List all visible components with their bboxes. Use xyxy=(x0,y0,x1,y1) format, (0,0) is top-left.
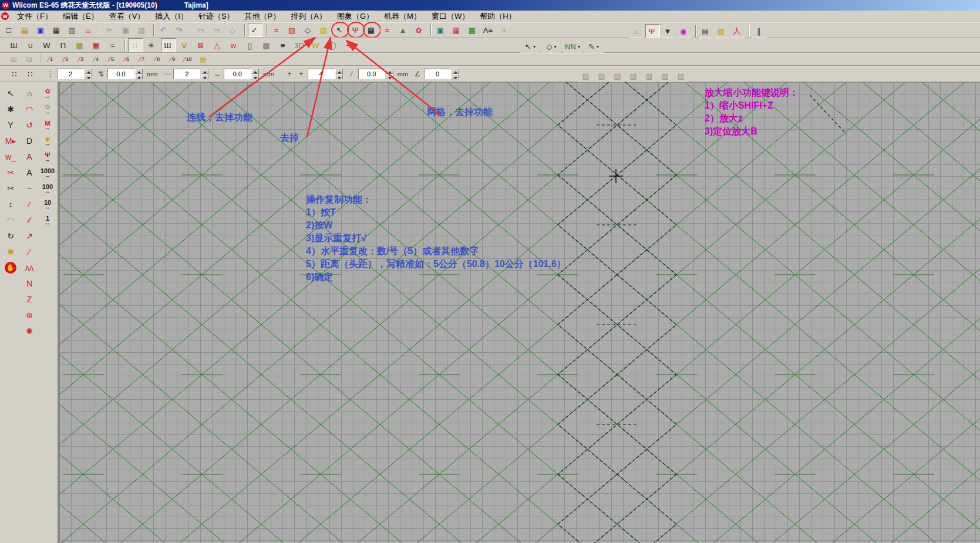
pattern-block-button[interactable]: ▩ xyxy=(260,38,275,52)
needle-gap-tool[interactable]: Ψ↔ xyxy=(39,149,56,164)
three-d-button[interactable]: 3D xyxy=(292,38,308,52)
repeat-count-spinner[interactable] xyxy=(335,69,343,79)
menu-insert[interactable]: 插入（I） xyxy=(150,11,193,22)
menu-help[interactable]: 帮助（H） xyxy=(474,11,521,22)
reshape-preset-5-button[interactable]: ▧ xyxy=(642,69,656,83)
new-file-button[interactable]: □ xyxy=(2,23,17,37)
lettering-tool[interactable]: A xyxy=(21,165,38,180)
slant-input[interactable]: 0.0 xyxy=(358,69,385,79)
magenta-target-button[interactable]: ◉ xyxy=(677,24,692,38)
fan-rays-button[interactable]: V xyxy=(177,38,193,52)
dashed-run-tool[interactable]: ∕∕ xyxy=(21,213,38,227)
flower-copy-tool[interactable]: ✿↔ xyxy=(39,86,56,100)
curve-tool[interactable]: ~ xyxy=(21,181,38,195)
wheel-fill-tool[interactable]: ✺ xyxy=(21,323,38,338)
spool-tool[interactable]: ◆↔ xyxy=(39,133,56,148)
print-button[interactable]: ▦ xyxy=(50,23,65,37)
horizontal-spacing-spinner[interactable] xyxy=(251,69,259,79)
dart-needle-button[interactable]: ▼ xyxy=(661,24,676,38)
circle-star-tool[interactable]: ⊛ xyxy=(21,308,38,322)
satin-stitch-button[interactable]: Ш xyxy=(7,38,22,52)
vertical-spacing-input[interactable]: 0.0 xyxy=(107,69,134,79)
freehand-select-tool[interactable]: ✱ xyxy=(2,102,19,116)
vertical-count-input[interactable]: 2 xyxy=(57,69,84,79)
flat-lines-button[interactable]: ≡ xyxy=(276,38,291,52)
needle-5-button[interactable]: ⁄5 xyxy=(105,53,119,65)
monogram-tool[interactable]: A xyxy=(21,149,38,164)
menu-file[interactable]: 文件（F） xyxy=(12,11,58,22)
mirror-people-button[interactable]: 人 xyxy=(730,24,745,38)
motif-dots-button[interactable]: ∷ xyxy=(128,38,143,52)
run-scissors-tool[interactable]: ✂ xyxy=(2,165,19,180)
run-stitch-button[interactable]: ≈ xyxy=(270,23,284,37)
menu-stitch[interactable]: 针迹（S） xyxy=(193,11,240,22)
soft-fill-button[interactable]: ▧ xyxy=(317,23,332,37)
z-stitch-tool[interactable]: Z xyxy=(21,292,38,306)
zigzag-run-tool[interactable]: ʌʌ xyxy=(21,260,38,275)
scale-1000-tool[interactable]: 1000↔ xyxy=(39,165,56,180)
group-select-button[interactable]: ▭ xyxy=(210,23,225,37)
rotate-hoop-tool[interactable]: ↻ xyxy=(2,228,19,243)
reshape-object-tool[interactable]: ⌂ xyxy=(21,86,38,100)
redo-button[interactable]: ↷ xyxy=(173,23,187,37)
needle-6-button[interactable]: ⁄6 xyxy=(120,53,134,65)
digitize-check-button[interactable]: ✓ xyxy=(248,23,262,37)
scale-1-tool[interactable]: 1↔ xyxy=(39,213,56,227)
needle-8-button[interactable]: ⁄8 xyxy=(150,53,164,65)
travel-needle-tool[interactable]: ↕ xyxy=(2,197,19,211)
design-notes-button[interactable]: ▨ xyxy=(715,24,729,38)
thread-film-button[interactable]: ▦ xyxy=(450,23,464,37)
hatch-fill-button[interactable]: ▨ xyxy=(285,23,300,37)
slant-spinner[interactable] xyxy=(386,69,393,79)
fan-check-tool[interactable]: ◠ xyxy=(2,213,19,227)
needle-point-red-button[interactable]: Ψ xyxy=(645,24,660,38)
stitch-type-dropdown-button[interactable]: NN▾ xyxy=(563,39,582,53)
reshape-preset-1-button[interactable]: ▧ xyxy=(578,69,593,83)
scale-10-tool[interactable]: 10↔ xyxy=(39,197,56,211)
stitch-list-button[interactable]: ≈ xyxy=(497,23,512,37)
stitch-edit-tool[interactable]: M▸ xyxy=(2,133,19,148)
lattice-fill-button[interactable]: ▦ xyxy=(89,38,105,52)
horizontal-spacing-input[interactable]: 0.0 xyxy=(224,69,251,79)
reshape-node-tool[interactable]: Y xyxy=(2,117,19,132)
needle-7-button[interactable]: ⁄7 xyxy=(135,53,149,65)
star-burst-button[interactable]: ✳ xyxy=(144,38,160,52)
scale-100-tool[interactable]: 100↔ xyxy=(39,181,56,195)
wave-fill-button[interactable]: ≈ xyxy=(106,38,121,52)
circle-duplicate-tool[interactable]: ↺ xyxy=(21,117,38,132)
sewing-machine-button[interactable]: ⌂ xyxy=(82,23,96,37)
bitmap-toggle-button[interactable]: ▣ xyxy=(434,23,449,37)
vertical-count-spinner[interactable] xyxy=(85,69,92,79)
menu-window[interactable]: 窗口（W） xyxy=(426,11,474,22)
n-stitch-tool[interactable]: N xyxy=(21,276,38,291)
stop-hand-tool[interactable]: ✋ xyxy=(2,260,19,275)
horizontal-count-input[interactable]: 2 xyxy=(173,69,200,79)
reshape-preset-3-button[interactable]: ▧ xyxy=(610,69,625,83)
knife-bars-button[interactable]: ∥ xyxy=(752,24,767,38)
flower-outline-tool[interactable]: ✿↔ xyxy=(39,102,56,116)
needle-10-button[interactable]: ⁄10 xyxy=(181,53,195,65)
print-preview-button[interactable]: ▥ xyxy=(66,23,80,37)
stitch-view-button[interactable]: ≈ xyxy=(380,23,395,37)
artwork-view-button[interactable]: ▲ xyxy=(396,23,411,37)
reshape-preset-6-button[interactable]: ▧ xyxy=(658,69,672,83)
vertical-spacing-spinner[interactable] xyxy=(135,69,143,79)
menu-other[interactable]: 其他（P） xyxy=(240,11,286,22)
mw-run-tool[interactable]: M↔ xyxy=(39,117,56,132)
color-block-button[interactable]: ▩ xyxy=(466,23,480,37)
needle-point-toggle-button[interactable]: Ψ xyxy=(349,23,363,37)
hoop-toggle-button[interactable]: ⌂ xyxy=(629,24,644,38)
thread-colors-a-button[interactable]: Ш xyxy=(7,53,21,65)
e-stitch-button[interactable]: ∪ xyxy=(23,38,39,52)
outline-shape-button[interactable]: ◇ xyxy=(301,23,316,37)
cross-lattice-button[interactable]: ⊠ xyxy=(194,38,209,52)
menu-image[interactable]: 图象（G） xyxy=(332,11,379,22)
grid-toggle-button[interactable]: ▦ xyxy=(365,23,379,37)
select-tool[interactable]: ↖ xyxy=(2,86,19,100)
outline-letter-tool[interactable]: D xyxy=(21,133,38,148)
select-dropdown-button[interactable]: ↖▾ xyxy=(520,39,540,53)
copy-button[interactable]: ▣ xyxy=(119,23,134,37)
fancy-fill-button[interactable]: W xyxy=(309,38,324,52)
needle-9-button[interactable]: ⁄9 xyxy=(166,53,180,65)
reshape-dropdown-button[interactable]: ◇▾ xyxy=(541,39,561,53)
